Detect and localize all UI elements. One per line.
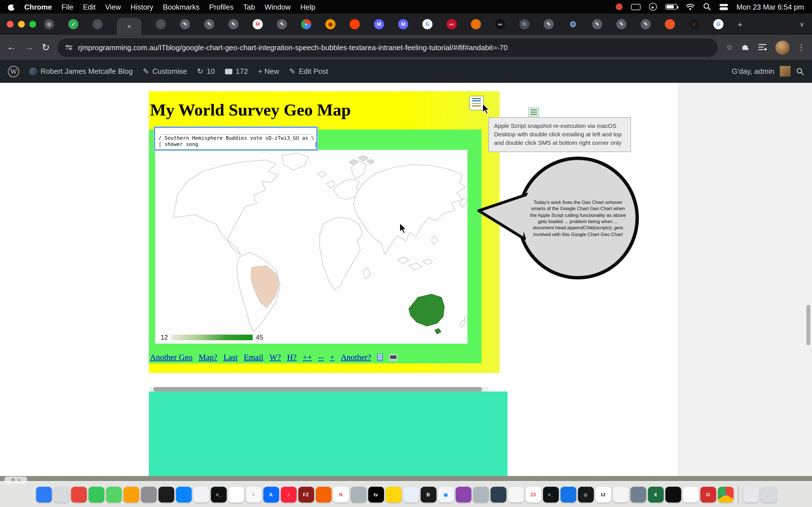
wp-edit-label[interactable]: Edit Post (299, 67, 328, 75)
pinned-tab-check[interactable]: ✓ (68, 19, 79, 29)
wp-site-name[interactable]: Robert James Metcalfe Blog (41, 67, 133, 75)
dock-app-25[interactable] (455, 487, 471, 502)
forward-button[interactable]: → (24, 42, 34, 53)
dock-app-31[interactable] (560, 487, 576, 502)
page-link[interactable]: -- (318, 353, 324, 362)
wp-site-menu[interactable]: Robert James Metcalfe Blog (29, 67, 133, 75)
keyboard-icon[interactable] (631, 4, 641, 10)
pinned-tab-pencil-2[interactable]: ✎ (204, 19, 214, 29)
pinned-tab-target-orange[interactable]: ◉ (325, 19, 336, 29)
new-tab-button[interactable]: + (738, 19, 743, 29)
dock-app-8[interactable] (158, 487, 174, 502)
dock-app-13[interactable]: ≡ (246, 487, 261, 502)
list-icon[interactable] (377, 354, 383, 361)
menu-item[interactable]: Profiles (209, 3, 234, 11)
pinned-tab-pencil-5[interactable]: ✎ (544, 19, 554, 29)
dock-terminal-2[interactable]: >_ (543, 487, 559, 502)
reload-button[interactable]: ↻ (42, 41, 50, 53)
dock-calendar[interactable]: 23 (525, 487, 541, 502)
apple-menu-icon[interactable] (8, 3, 15, 11)
dock-app-21[interactable] (386, 487, 401, 502)
wp-new-label[interactable]: + New (258, 67, 279, 75)
applescript-snapshot-icon-2[interactable] (528, 108, 539, 117)
dock-finder[interactable] (36, 487, 52, 502)
dock-app-12[interactable] (228, 487, 244, 502)
menu-item[interactable]: File (61, 3, 73, 11)
geo-chart-map[interactable]: 12 45 (155, 150, 467, 344)
vertical-scrollbar[interactable] (806, 305, 810, 345)
page-link[interactable]: + (330, 353, 335, 362)
wp-updates[interactable]: ↻ 10 (197, 67, 215, 75)
wp-customise[interactable]: ✎ Customise (143, 67, 187, 75)
wp-greeting[interactable]: G'day, admin (732, 67, 774, 75)
spotlight-search-icon[interactable] (703, 3, 711, 11)
address-bar[interactable]: rjmprogramming.com.au/ITblog/google-char… (58, 38, 718, 57)
url-text[interactable]: rjmprogramming.com.au/ITblog/google-char… (78, 43, 710, 52)
menu-item[interactable]: History (131, 3, 153, 11)
pinned-tab-pencil-7[interactable]: ✎ (616, 19, 626, 29)
pinned-tab-dashed-2[interactable]: ◌ (156, 19, 166, 29)
dock-app-37[interactable] (665, 487, 681, 502)
dock-chrome[interactable]: ● (718, 487, 733, 502)
tab-search-chevron-icon[interactable]: ∨ (800, 20, 804, 28)
active-tab[interactable]: × (117, 18, 142, 35)
pinned-tab-pencil-3[interactable]: ✎ (229, 19, 239, 29)
dock-music[interactable]: ♪ (281, 487, 296, 502)
speech-bubble-textarea[interactable]: ________________________________________… (154, 127, 317, 151)
menu-app-name[interactable]: Chrome (24, 3, 52, 11)
dock-app-35[interactable] (630, 487, 646, 502)
menu-item[interactable]: Tab (243, 3, 255, 11)
horizontal-scrollbar[interactable] (149, 387, 489, 392)
menu-item[interactable]: Bookmarks (163, 3, 200, 11)
bookmark-star-icon[interactable]: ☆ (726, 43, 733, 52)
profile-avatar[interactable] (775, 40, 790, 54)
page-link[interactable]: Another? (341, 353, 371, 362)
dock-app-23[interactable]: B (420, 487, 436, 502)
pinned-tab-gmail[interactable]: M (253, 19, 263, 29)
monitor-icon[interactable] (389, 354, 398, 361)
wp-admin-avatar[interactable] (780, 66, 791, 76)
minimize-window-button[interactable] (18, 21, 25, 27)
wp-customise-label[interactable]: Customise (152, 67, 187, 75)
menu-item[interactable]: Window (265, 3, 291, 11)
dock-app-22[interactable] (403, 487, 419, 502)
dock-app-34[interactable] (613, 487, 628, 502)
dock-excel[interactable]: X (648, 487, 663, 502)
maximize-window-button[interactable] (29, 21, 36, 27)
close-window-button[interactable] (7, 21, 13, 27)
dock-tv[interactable]: tv (368, 487, 384, 502)
chrome-menu-icon[interactable]: ⋮ (797, 43, 805, 52)
page-link[interactable]: Another Geo (150, 353, 193, 362)
page-link[interactable]: W? (269, 353, 281, 362)
pinned-tab-brit[interactable]: brit (495, 19, 505, 29)
wp-new-menu[interactable]: + New (258, 67, 279, 75)
battery-icon[interactable] (665, 4, 677, 10)
media-queue-icon[interactable] (758, 43, 767, 51)
page-link[interactable]: Email (244, 353, 263, 362)
wp-comments[interactable]: 172 (225, 67, 248, 75)
dock-app-9[interactable] (175, 487, 192, 502)
pinned-tab-red[interactable] (350, 19, 360, 29)
pinned-tab-pencil-6[interactable]: ✎ (592, 19, 602, 29)
pinned-tab-afl[interactable]: AFL (447, 19, 457, 29)
dock-app-3[interactable] (71, 487, 87, 502)
wifi-icon[interactable] (686, 3, 695, 10)
wp-search-icon[interactable] (796, 67, 804, 75)
pinned-tab-pencil-4[interactable]: ✎ (277, 19, 287, 29)
dock-app-4[interactable] (88, 487, 104, 502)
pinned-tab-dark-ring[interactable]: ○ (689, 19, 699, 29)
pinned-tab-google-2[interactable]: G (713, 19, 723, 29)
close-tab-icon[interactable]: × (127, 22, 131, 31)
play-icon[interactable]: ▶ (649, 3, 657, 11)
horizontal-scrollbar-thumb[interactable] (153, 387, 482, 392)
pinned-tab-mastodon-2[interactable]: M (398, 19, 408, 29)
control-center-icon[interactable] (719, 4, 728, 10)
dock-trash[interactable] (760, 487, 776, 502)
dock-opera[interactable]: O (700, 487, 716, 502)
page-link[interactable]: ++ (303, 353, 312, 362)
dock-launchpad[interactable] (53, 487, 69, 502)
dock-appstore[interactable]: A (263, 487, 279, 502)
dock-app-10[interactable] (193, 487, 209, 502)
back-button[interactable]: ← (7, 42, 16, 53)
dock-safari[interactable]: ◉ (438, 487, 454, 502)
